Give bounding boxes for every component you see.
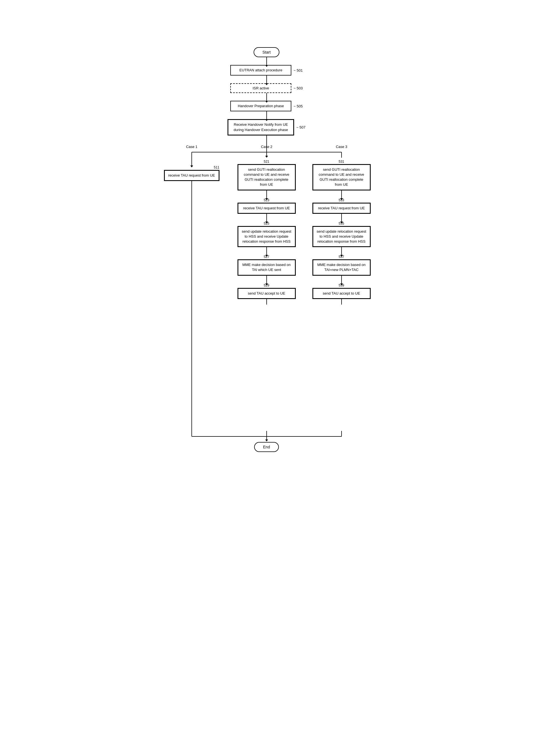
converge-svg	[161, 431, 372, 442]
svg-marker-4	[265, 156, 268, 158]
diagram-container: Start EUTRAN attach procedure ~ 501 ISR …	[161, 6, 372, 452]
case3-line-bottom	[341, 299, 342, 305]
node-535-label: send update relocation request to HSS an…	[313, 226, 371, 247]
start-node: Start	[254, 47, 280, 57]
end-node: End	[254, 442, 279, 452]
node-511-label: receive TAU request from UE	[164, 170, 219, 181]
main-flow: Start EUTRAN attach procedure ~ 501 ISR …	[161, 47, 372, 452]
node-521-num: 521	[264, 160, 269, 164]
node-511-num: 511	[214, 166, 219, 169]
case3-column: 531 send GUTI reallocation command to UE…	[311, 158, 372, 305]
node-527-label: MME make decision based on TAl which UE …	[238, 259, 296, 275]
node-523-label: receive TAU request from UE	[238, 203, 296, 214]
node-501-label: EUTRAN attach procedure	[230, 65, 291, 75]
node-529-label: send TAU accept to UE	[238, 288, 296, 299]
case2-column: 521 send GUTI reallocation command to UE…	[236, 158, 297, 305]
svg-text:Case 2: Case 2	[261, 145, 272, 149]
three-columns: 511 receive TAU request from UE 521 send…	[161, 158, 372, 431]
svg-text:Case 1: Case 1	[186, 145, 197, 149]
node-539-label: send TAU accept to UE	[313, 288, 371, 299]
node-521-label: send GUTI reallocation command to UE and…	[238, 164, 296, 190]
branch-lines-top: Case 1 Case 2 Case 3	[161, 135, 372, 158]
node-533-label: receive TAU request from UE	[313, 203, 371, 214]
branch-svg: Case 1 Case 2 Case 3	[161, 135, 372, 158]
node-531-label: send GUTI reallocation command to UE and…	[313, 164, 371, 190]
node-507-num: ~ 507	[296, 125, 305, 129]
node-501-num: ~ 501	[293, 68, 303, 72]
node-507-label: Receive Handover Notify from UE during H…	[228, 119, 294, 135]
svg-marker-15	[265, 440, 268, 442]
node-507: Receive Handover Notify from UE during H…	[228, 119, 305, 135]
svg-text:Case 3: Case 3	[336, 145, 347, 149]
node-505-label: Handover Preparation phase	[230, 101, 291, 111]
case1-line	[191, 181, 192, 431]
node-505-num: ~ 505	[293, 104, 303, 108]
case2-line-bottom	[266, 299, 267, 305]
flow-svg	[161, 6, 372, 47]
converge-lines	[161, 431, 372, 442]
node-531-num: 531	[339, 160, 344, 164]
node-525-label: send update relocation request to HSS an…	[238, 226, 296, 247]
case1-column: 511 receive TAU request from UE	[161, 158, 222, 431]
node-503-label: ISR active	[230, 83, 291, 93]
node-503-num: ~ 503	[293, 86, 303, 90]
node-537-label: MME make decision based on TAI=new PLMN+…	[313, 259, 371, 275]
